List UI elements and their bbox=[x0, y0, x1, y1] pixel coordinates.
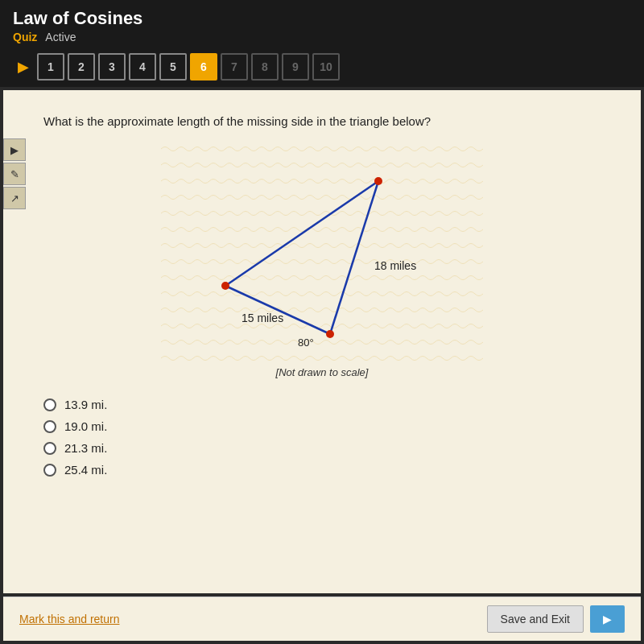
footer-buttons: Save and Exit ▶ bbox=[487, 605, 625, 633]
nav-btn-1[interactable]: 1 bbox=[37, 53, 64, 80]
question-nav: ▶ 12345678910 bbox=[0, 47, 644, 87]
choice-b[interactable]: 19.0 mi. bbox=[43, 419, 625, 433]
question-text: What is the approximate length of the mi… bbox=[19, 114, 625, 128]
tool-arrow[interactable]: ↗ bbox=[3, 187, 26, 209]
choice-b-label: 19.0 mi. bbox=[64, 419, 107, 433]
svg-text:18 miles: 18 miles bbox=[374, 259, 416, 272]
radio-a[interactable] bbox=[43, 398, 56, 411]
footer: Mark this and return Save and Exit ▶ bbox=[3, 597, 641, 641]
tool-play[interactable]: ▶ bbox=[3, 138, 26, 161]
radio-c[interactable] bbox=[43, 442, 56, 455]
nav-btn-6[interactable]: 6 bbox=[190, 53, 217, 80]
choice-c[interactable]: 21.3 mi. bbox=[43, 441, 625, 455]
nav-btn-3[interactable]: 3 bbox=[98, 53, 126, 80]
header-subtitle: Quiz Active bbox=[13, 31, 631, 43]
app-container: Law of Cosines Quiz Active ▶ 12345678910… bbox=[0, 0, 644, 644]
radio-d[interactable] bbox=[43, 464, 56, 477]
answer-choices: 13.9 mi. 19.0 mi. 21.3 mi. 25.4 mi. bbox=[19, 398, 625, 477]
left-tools: ▶ ✎ ↗ bbox=[3, 138, 26, 209]
active-label: Active bbox=[45, 31, 76, 43]
main-content: ▶ ✎ ↗ What is the approximate length of … bbox=[3, 90, 641, 593]
choice-c-label: 21.3 mi. bbox=[64, 441, 107, 455]
next-button[interactable]: ▶ bbox=[590, 605, 625, 633]
radio-b[interactable] bbox=[43, 420, 56, 433]
nav-btn-4[interactable]: 4 bbox=[129, 53, 156, 80]
nav-btn-8[interactable]: 8 bbox=[251, 53, 279, 80]
page-title: Law of Cosines bbox=[13, 8, 631, 29]
diagram-area: 15 miles 18 miles 80° [Not drawn to scal… bbox=[19, 141, 625, 391]
choice-a[interactable]: 13.9 mi. bbox=[43, 398, 625, 411]
svg-rect-0 bbox=[161, 141, 483, 366]
choice-d-label: 25.4 mi. bbox=[64, 463, 107, 477]
nav-prev-arrow[interactable]: ▶ bbox=[13, 56, 34, 77]
svg-point-6 bbox=[326, 330, 334, 338]
nav-btn-5[interactable]: 5 bbox=[159, 53, 187, 80]
svg-point-4 bbox=[221, 282, 229, 290]
svg-text:80°: 80° bbox=[298, 336, 314, 349]
not-to-scale-note: [Not drawn to scale] bbox=[276, 366, 369, 378]
triangle-svg: 15 miles 18 miles 80° bbox=[161, 141, 483, 366]
nav-btn-10[interactable]: 10 bbox=[312, 53, 340, 80]
quiz-label: Quiz bbox=[13, 31, 37, 43]
nav-btn-2[interactable]: 2 bbox=[68, 53, 95, 80]
svg-text:15 miles: 15 miles bbox=[242, 312, 283, 324]
choice-a-label: 13.9 mi. bbox=[64, 398, 107, 411]
tool-pencil[interactable]: ✎ bbox=[3, 163, 26, 185]
header: Law of Cosines Quiz Active bbox=[0, 0, 644, 47]
nav-btn-7[interactable]: 7 bbox=[221, 53, 248, 80]
nav-btn-9[interactable]: 9 bbox=[282, 53, 309, 80]
svg-point-5 bbox=[374, 177, 382, 185]
save-exit-button[interactable]: Save and Exit bbox=[487, 605, 584, 633]
mark-return-link[interactable]: Mark this and return bbox=[19, 613, 120, 625]
choice-d[interactable]: 25.4 mi. bbox=[43, 463, 625, 477]
